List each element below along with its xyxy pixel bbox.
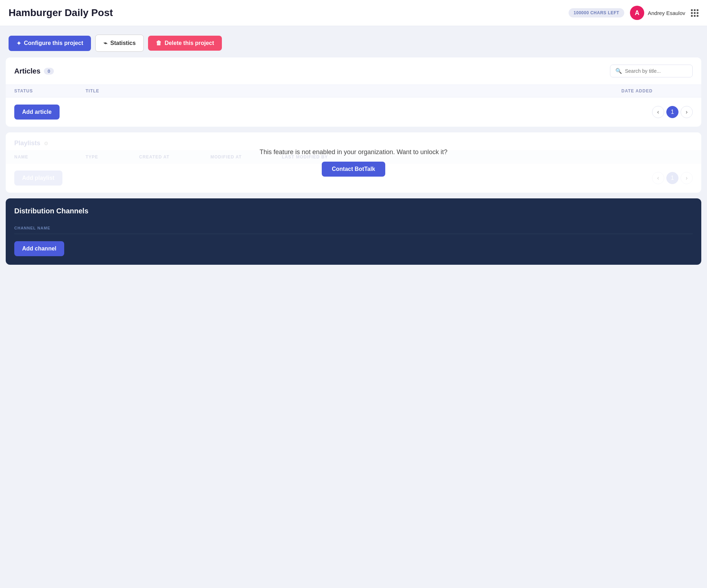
- articles-table-header: STATUS TITLE DATE ADDED: [6, 85, 701, 97]
- prev-page-button[interactable]: ‹: [652, 106, 664, 118]
- distribution-col-label: CHANNEL NAME: [14, 222, 693, 234]
- app-header: Hamburger Daily Post 100000 CHARS LEFT A…: [0, 0, 707, 26]
- search-icon: 🔍: [615, 68, 622, 74]
- configure-icon: ✦: [16, 40, 21, 47]
- col-date-added: DATE ADDED: [621, 88, 693, 93]
- distribution-title: Distribution Channels: [14, 207, 693, 215]
- delete-button[interactable]: 🗑 Delete this project: [148, 36, 222, 51]
- articles-card-header: Articles 0 🔍: [6, 57, 701, 85]
- articles-table-body: Add article ‹ 1 ›: [6, 97, 701, 127]
- col-status: STATUS: [14, 88, 86, 93]
- playlists-card: Playlists ⚙ NAME TYPE CREATED AT MODIFIE…: [6, 132, 701, 193]
- add-article-button[interactable]: Add article: [14, 105, 60, 120]
- feature-overlay: This feature is not enabled in your orga…: [6, 132, 701, 193]
- contact-bottalk-button[interactable]: Contact BotTalk: [322, 162, 385, 177]
- articles-title: Articles 0: [14, 67, 54, 75]
- next-page-button[interactable]: ›: [681, 106, 693, 118]
- articles-card: Articles 0 🔍 STATUS TITLE DATE ADDED Add…: [6, 57, 701, 127]
- articles-count-badge: 0: [44, 68, 54, 75]
- user-name: Andrey Esaulov: [648, 10, 685, 16]
- statistics-button[interactable]: ⌁ Statistics: [95, 35, 144, 52]
- configure-button[interactable]: ✦ Configure this project: [9, 36, 91, 51]
- chars-badge: 100000 CHARS LEFT: [569, 8, 624, 17]
- main-content: Articles 0 🔍 STATUS TITLE DATE ADDED Add…: [0, 57, 707, 273]
- action-bar: ✦ Configure this project ⌁ Statistics 🗑 …: [0, 26, 707, 57]
- avatar: A: [630, 6, 644, 20]
- user-info: A Andrey Esaulov: [630, 6, 685, 20]
- header-right: 100000 CHARS LEFT A Andrey Esaulov: [569, 6, 698, 20]
- statistics-icon: ⌁: [103, 39, 107, 47]
- search-input[interactable]: [625, 68, 687, 74]
- page-1-button[interactable]: 1: [666, 106, 678, 118]
- distribution-card: Distribution Channels CHANNEL NAME Add c…: [6, 198, 701, 265]
- articles-pagination: ‹ 1 ›: [652, 106, 693, 118]
- col-title: TITLE: [86, 88, 621, 93]
- add-channel-button[interactable]: Add channel: [14, 241, 64, 256]
- feature-overlay-text: This feature is not enabled in your orga…: [260, 148, 448, 156]
- app-title: Hamburger Daily Post: [9, 7, 113, 19]
- grid-menu-icon[interactable]: [691, 9, 698, 17]
- search-box: 🔍: [610, 65, 693, 77]
- delete-icon: 🗑: [156, 40, 162, 46]
